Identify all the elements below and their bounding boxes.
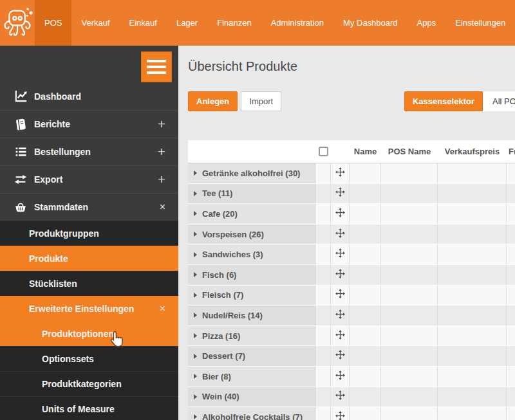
select-all-checkbox[interactable]	[319, 147, 328, 156]
import-button[interactable]: Import	[241, 91, 281, 111]
move-icon	[335, 248, 345, 260]
drag-handle[interactable]	[331, 326, 350, 346]
collapse-x-icon[interactable]: ×	[160, 303, 165, 315]
category-cell[interactable]: Alkoholfreie Cocktails (7)	[188, 407, 315, 420]
expand-caret-icon[interactable]	[194, 170, 197, 176]
fr-cell	[507, 224, 515, 244]
octopus-logo[interactable]	[0, 0, 35, 46]
expand-plus-icon[interactable]: +	[158, 116, 165, 132]
sidebar-item-label: Erweiterte Einstellungen	[29, 304, 134, 314]
drag-handle[interactable]	[331, 306, 350, 325]
sidebar-item-produktkategorien[interactable]: Produktkategorien	[0, 371, 178, 396]
topnav-item-verkauf[interactable]: Verkauf	[71, 0, 119, 46]
expand-caret-icon[interactable]	[194, 374, 197, 379]
column-header-fr: Fr	[507, 147, 515, 156]
drag-handle[interactable]	[331, 346, 350, 366]
category-cell[interactable]: Cafe (20)	[188, 204, 315, 224]
drag-handle[interactable]	[331, 224, 350, 244]
basket-icon	[13, 200, 28, 214]
drag-handle[interactable]	[331, 204, 350, 224]
sidebar-item-st-cklisten[interactable]: Stücklisten	[0, 271, 178, 296]
anlegen-button[interactable]: Anlegen	[188, 91, 238, 111]
expand-caret-icon[interactable]	[194, 232, 197, 237]
pos-name-cell	[381, 387, 438, 407]
drag-handle[interactable]	[331, 184, 350, 204]
topnav-item-finanzen[interactable]: Finanzen	[207, 0, 261, 46]
topnav-item-administration[interactable]: Administration	[261, 0, 333, 46]
category-cell[interactable]: Tee (11)	[188, 184, 315, 204]
expand-caret-icon[interactable]	[194, 414, 197, 419]
sidebar-item-label: Berichte	[34, 119, 70, 129]
table-row: Bier (8)	[188, 367, 515, 387]
topnav-item-einkauf[interactable]: Einkauf	[120, 0, 167, 46]
sidebar-item-dashboard[interactable]: Dashboard	[0, 82, 178, 110]
sidebar-item-optionssets[interactable]: Optionssets	[0, 346, 178, 371]
sidebar-item-bestellungen[interactable]: Bestellungen+	[0, 138, 178, 165]
topnav-item-apps[interactable]: Apps	[407, 0, 446, 46]
expand-caret-icon[interactable]	[194, 252, 197, 257]
expand-caret-icon[interactable]	[194, 394, 197, 399]
drag-handle[interactable]	[331, 407, 350, 420]
topnav-item-pos[interactable]: POS	[35, 0, 71, 46]
category-cell[interactable]: Dessert (7)	[188, 346, 315, 366]
verkaufspreis-cell	[438, 326, 507, 346]
category-label: Fisch (6)	[202, 270, 236, 280]
pos-name-cell	[381, 306, 438, 325]
expand-caret-icon[interactable]	[194, 191, 197, 196]
export-arrows-icon	[13, 172, 28, 187]
expand-caret-icon[interactable]	[194, 211, 197, 216]
topnav-item-my-dashboard[interactable]: My Dashboard	[333, 0, 407, 46]
drag-handle[interactable]	[331, 163, 350, 183]
sidebar-item-produktoptionen[interactable]: Produktoptionen	[0, 321, 178, 346]
hamburger-menu-button[interactable]	[141, 51, 172, 82]
table-row: Fleisch (7)	[188, 286, 515, 306]
sidebar-item-erweiterte-einstellungen[interactable]: Erweiterte Einstellungen×	[0, 296, 178, 321]
category-label: Vorspeisen (26)	[202, 230, 264, 239]
category-cell[interactable]: Vorspeisen (26)	[188, 224, 315, 244]
expand-plus-icon[interactable]: +	[158, 172, 165, 187]
toolbar: Anlegen Import Kassenselektor All PO	[188, 91, 505, 111]
category-cell[interactable]: Nudel/Reis (14)	[188, 306, 315, 325]
drag-handle[interactable]	[331, 286, 350, 306]
category-cell[interactable]: Bier (8)	[188, 367, 315, 387]
fr-cell	[507, 184, 515, 204]
topnav-item-lager[interactable]: Lager	[167, 0, 207, 46]
collapse-x-icon[interactable]: ×	[160, 201, 165, 213]
expand-caret-icon[interactable]	[194, 333, 197, 338]
topnav-item-einstellungen[interactable]: Einstellungen	[445, 0, 515, 46]
expand-caret-icon[interactable]	[194, 293, 197, 298]
category-cell[interactable]: Sandwiches (3)	[188, 244, 315, 264]
expand-caret-icon[interactable]	[194, 354, 197, 359]
expand-caret-icon[interactable]	[194, 272, 197, 277]
category-cell[interactable]: Wein (40)	[188, 387, 315, 407]
category-label: Tee (11)	[202, 188, 232, 198]
table-row: Sandwiches (3)	[188, 244, 515, 265]
expand-plus-icon[interactable]: +	[158, 144, 165, 160]
sidebar-item-produktgruppen[interactable]: Produktgruppen	[0, 221, 178, 246]
sidebar-item-berichte[interactable]: Berichte+	[0, 110, 178, 138]
name-cell	[350, 306, 381, 325]
category-cell[interactable]: Pizza (16)	[188, 326, 315, 346]
category-cell[interactable]: Fleisch (7)	[188, 286, 315, 306]
expand-caret-icon[interactable]	[194, 313, 197, 318]
fr-cell	[507, 407, 515, 420]
category-cell[interactable]: Fisch (6)	[188, 265, 315, 285]
pos-name-cell	[381, 286, 438, 306]
sidebar-item-units-of-measure[interactable]: Units of Measure	[0, 396, 178, 420]
row-checkbox-cell	[315, 184, 331, 204]
category-cell[interactable]: Getränke alkoholfrei (30)	[188, 163, 315, 183]
sidebar-item-produkte[interactable]: Produkte	[0, 246, 178, 271]
move-icon	[335, 208, 345, 220]
drag-handle[interactable]	[331, 244, 350, 264]
move-icon	[335, 309, 345, 322]
pos-filter-dropdown[interactable]: All PO	[483, 91, 515, 111]
row-checkbox-cell	[315, 346, 331, 366]
drag-handle[interactable]	[331, 367, 350, 387]
kassenselektor-button[interactable]: Kassenselektor	[404, 91, 483, 111]
move-icon	[335, 289, 345, 301]
drag-handle[interactable]	[331, 265, 350, 285]
pos-name-cell	[381, 326, 438, 346]
sidebar-item-stammdaten[interactable]: Stammdaten×	[0, 193, 178, 221]
drag-handle[interactable]	[331, 387, 350, 407]
sidebar-item-export[interactable]: Export+	[0, 165, 178, 193]
